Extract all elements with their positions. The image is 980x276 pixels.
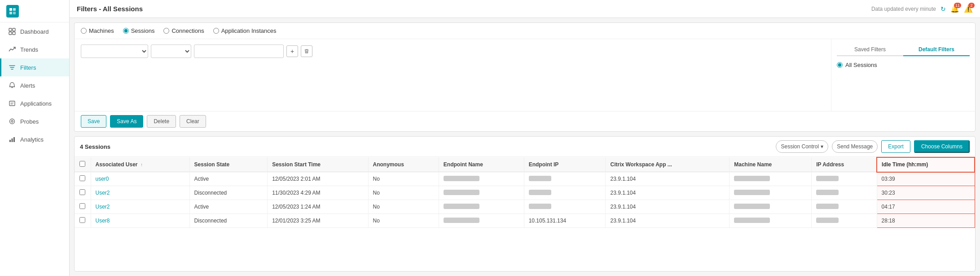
sidebar-item-applications[interactable]: Applications <box>0 94 69 112</box>
save-button[interactable]: Save <box>81 115 106 128</box>
sessions-radio[interactable] <box>123 28 129 34</box>
cell-user: User8 <box>91 214 189 228</box>
cell-idle-time: 03:39 <box>877 172 975 186</box>
choose-columns-button[interactable]: Choose Columns <box>914 140 970 153</box>
filter-type-connections[interactable]: Connections <box>163 27 204 34</box>
blurred-value <box>529 190 551 195</box>
sidebar-item-probes[interactable]: Probes <box>0 112 69 130</box>
machines-label: Machines <box>89 27 114 34</box>
analytics-label: Analytics <box>20 136 44 143</box>
tab-saved-filters[interactable]: Saved Filters <box>837 44 903 56</box>
blurred-value <box>816 190 839 195</box>
filter-type-sessions[interactable]: Sessions <box>123 27 155 34</box>
blurred-value <box>444 204 479 209</box>
row-checkbox-1[interactable] <box>79 189 85 195</box>
svg-point-9 <box>10 119 15 124</box>
send-message-button[interactable]: Send Message <box>832 140 878 153</box>
delete-button[interactable]: Delete <box>147 115 176 128</box>
filter-value-input[interactable] <box>194 45 284 58</box>
delete-filter-button[interactable] <box>301 45 312 57</box>
cell-endpoint-ip: 10.105.131.134 <box>524 214 606 228</box>
applications-icon <box>8 99 17 108</box>
cell-checkbox <box>75 172 91 186</box>
user-link-2[interactable]: User2 <box>96 204 110 210</box>
session-control-chevron: ▾ <box>821 143 823 150</box>
blurred-value <box>529 204 551 209</box>
tab-default-filters[interactable]: Default Filters <box>903 44 970 56</box>
blurred-value <box>816 204 839 209</box>
add-filter-button[interactable]: + <box>286 45 298 57</box>
col-associated-user[interactable]: Associated User ↑ <box>91 157 189 172</box>
svg-rect-1 <box>13 8 16 11</box>
blurred-value <box>529 176 551 181</box>
clear-button[interactable]: Clear <box>180 115 206 128</box>
all-sessions-radio[interactable] <box>837 62 843 68</box>
cell-user: User2 <box>91 186 189 200</box>
filter-type-row: Machines Sessions Connections Applicatio… <box>75 23 975 39</box>
user-link-1[interactable]: User2 <box>96 190 110 196</box>
app-instances-label: Application Instances <box>221 27 277 34</box>
filter-type-app-instances[interactable]: Application Instances <box>213 27 277 34</box>
sidebar-item-filters[interactable]: Filters <box>0 58 69 76</box>
cell-checkbox <box>75 200 91 214</box>
col-anonymous: Anonymous <box>368 157 439 172</box>
cell-ip-address <box>812 214 877 228</box>
user-link-0[interactable]: user0 <box>96 176 109 182</box>
row-checkbox-0[interactable] <box>79 175 85 181</box>
cell-machine-name <box>730 186 812 200</box>
col-session-state: Session State <box>189 157 268 172</box>
alerts-icon <box>8 81 17 90</box>
all-sessions-option[interactable]: All Sessions <box>837 62 970 68</box>
cell-anonymous: No <box>368 200 439 214</box>
svg-rect-6 <box>9 32 12 35</box>
svg-rect-8 <box>9 101 15 106</box>
svg-rect-7 <box>13 32 15 35</box>
filter-operator-select[interactable] <box>151 45 191 58</box>
cell-user: User2 <box>91 200 189 214</box>
row-checkbox-2[interactable] <box>79 203 85 209</box>
sidebar-item-trends[interactable]: Trends <box>0 40 69 58</box>
blurred-value <box>444 190 479 195</box>
sessions-label: Sessions <box>131 27 155 34</box>
notification-badge: 11 <box>954 3 961 8</box>
trends-label: Trends <box>20 46 38 53</box>
session-control-button[interactable]: Session Control ▾ <box>776 140 828 153</box>
col-idle-time: Idle Time (hh:mm) <box>877 157 975 172</box>
sidebar-item-analytics[interactable]: Analytics <box>0 130 69 148</box>
save-as-button[interactable]: Save As <box>110 115 143 128</box>
cell-ip-address <box>812 200 877 214</box>
select-all-checkbox[interactable] <box>79 161 85 167</box>
col-checkbox <box>75 157 91 172</box>
sidebar-item-alerts[interactable]: Alerts <box>0 76 69 94</box>
cell-machine-name <box>730 214 812 228</box>
connections-radio[interactable] <box>163 28 169 34</box>
blurred-value <box>734 204 770 209</box>
sessions-table-wrapper: Associated User ↑ Session State Session … <box>75 157 975 271</box>
notifications-wrapper: 🔔 11 <box>950 4 959 13</box>
refresh-icon[interactable]: ↻ <box>940 5 946 13</box>
filter-saved-panel: Saved Filters Default Filters All Sessio… <box>831 39 975 111</box>
cell-idle-time: 04:17 <box>877 200 975 214</box>
row-checkbox-3[interactable] <box>79 217 85 223</box>
machines-radio[interactable] <box>81 28 87 34</box>
main-content: Filters - All Sessions Data updated ever… <box>70 0 980 276</box>
cell-endpoint-ip <box>524 186 606 200</box>
table-row: user0 Active 12/05/2023 2:01 AM No 23.9.… <box>75 172 975 186</box>
sidebar-item-dashboard[interactable]: Dashboard <box>0 22 69 40</box>
user-link-3[interactable]: User8 <box>96 218 110 224</box>
cell-endpoint-ip <box>524 200 606 214</box>
filter-right-tabs: Saved Filters Default Filters <box>837 44 970 56</box>
export-button[interactable]: Export <box>881 140 910 153</box>
sessions-count: 4 Sessions <box>80 143 110 150</box>
sidebar-logo <box>0 0 69 22</box>
filter-body: + Saved Filters Default Filters All Se <box>75 39 975 111</box>
probes-label: Probes <box>20 118 39 125</box>
filter-field-select[interactable] <box>81 45 148 58</box>
dashboard-icon <box>8 27 17 36</box>
cell-endpoint-name <box>439 172 524 186</box>
sessions-tbody: user0 Active 12/05/2023 2:01 AM No 23.9.… <box>75 172 975 228</box>
cell-ip-address <box>812 172 877 186</box>
table-header-row: Associated User ↑ Session State Session … <box>75 157 975 172</box>
filter-type-machines[interactable]: Machines <box>81 27 114 34</box>
app-instances-radio[interactable] <box>213 28 219 34</box>
